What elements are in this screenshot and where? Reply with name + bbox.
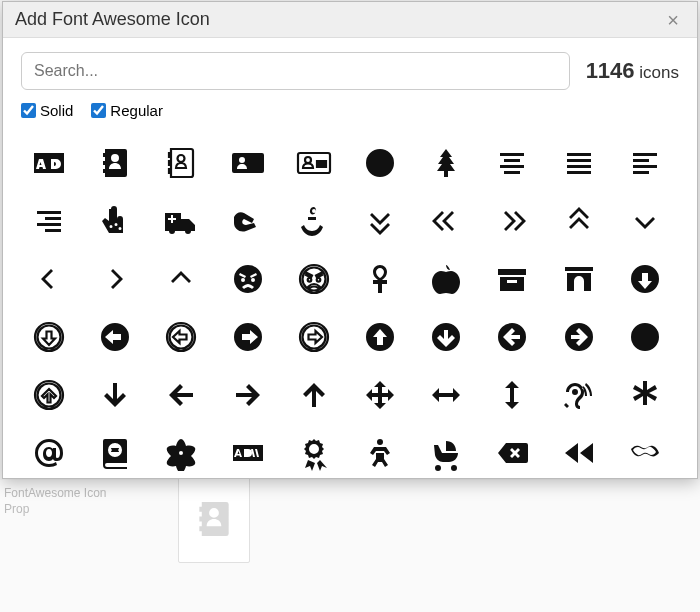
icon-backspace[interactable] [484,427,540,478]
icon-angry[interactable] [220,253,276,305]
icon-arrows-alt-h[interactable] [418,369,474,421]
icon-angle-up[interactable] [153,253,209,305]
icon-ankh[interactable] [352,253,408,305]
icon-baby[interactable] [352,427,408,478]
icon-arrow-alt-circle-left-o[interactable] [153,311,209,363]
icon-align-justify[interactable] [551,137,607,189]
icon-address-book-o[interactable] [153,137,209,189]
icon-arrow-circle-left[interactable] [484,311,540,363]
icon-ambulance[interactable] [153,195,209,247]
icon-arrow-alt-circle-up[interactable] [352,311,408,363]
icon-atlas[interactable] [87,427,143,478]
icon-tree[interactable] [418,137,474,189]
icon-address-book[interactable] [87,137,143,189]
icon-archway[interactable] [551,253,607,305]
icon-grid [21,133,679,478]
icon-angle-double-right[interactable] [484,195,540,247]
icon-arrow-down[interactable] [87,369,143,421]
icon-allergies[interactable] [87,195,143,247]
icon-backward[interactable] [551,427,607,478]
icon-count: 1146 icons [586,58,679,84]
icon-arrow-alt-circle-left[interactable] [87,311,143,363]
property-label: FontAwesome IconProp [4,486,107,517]
icon-atom[interactable] [153,427,209,478]
icon-arrow-right[interactable] [220,369,276,421]
icon-picker-modal: Add Font Awesome Icon × 1146 icons Solid… [2,1,698,479]
icon-arrow-circle-down[interactable] [418,311,474,363]
icon-award[interactable] [286,427,342,478]
icon-arrow-alt-circle-down-o[interactable] [21,311,77,363]
regular-checkbox[interactable] [91,103,106,118]
icon-asterisk[interactable] [617,369,673,421]
icon-angle-left[interactable] [21,253,77,305]
icon-bacon[interactable] [617,427,673,478]
property-icon-preview[interactable] [178,475,250,563]
icon-baby-carriage[interactable] [418,427,474,478]
icon-audio-description[interactable] [220,427,276,478]
icon-angle-down[interactable] [617,195,673,247]
icon-grid-scroll[interactable] [21,133,679,478]
icon-address-card-o[interactable] [286,137,342,189]
icon-arrow-alt-circle-right-o[interactable] [286,311,342,363]
modal-title: Add Font Awesome Icon [15,9,210,30]
solid-checkbox[interactable] [21,103,36,118]
icon-align-right[interactable] [21,195,77,247]
filter-regular[interactable]: Regular [91,102,163,119]
icon-address-card[interactable] [220,137,276,189]
icon-arrow-left[interactable] [153,369,209,421]
icon-align-center[interactable] [484,137,540,189]
icon-at[interactable] [21,427,77,478]
icon-adjust[interactable] [352,137,408,189]
icon-angry-o[interactable] [286,253,342,305]
icon-asl-interpreting[interactable] [220,195,276,247]
icon-angle-double-down[interactable] [352,195,408,247]
icon-arrow-circle-up-o[interactable] [21,369,77,421]
icon-angle-double-left[interactable] [418,195,474,247]
icon-arrow-alt-circle-down[interactable] [617,253,673,305]
close-icon[interactable]: × [661,8,685,32]
search-input[interactable] [21,52,570,90]
icon-apple-alt[interactable] [418,253,474,305]
icon-arrow-up[interactable] [286,369,342,421]
icon-angle-right[interactable] [87,253,143,305]
icon-arrows-alt-v[interactable] [484,369,540,421]
icon-align-left[interactable] [617,137,673,189]
icon-arrow-alt-circle-right[interactable] [220,311,276,363]
icon-arrow-circle-up[interactable] [617,311,673,363]
icon-anchor[interactable] [286,195,342,247]
icon-angle-double-up[interactable] [551,195,607,247]
filter-solid[interactable]: Solid [21,102,73,119]
icon-archive[interactable] [484,253,540,305]
icon-assistive-listening[interactable] [551,369,607,421]
titlebar: Add Font Awesome Icon × [3,2,697,38]
icon-arrow-circle-right[interactable] [551,311,607,363]
icon-ad[interactable] [21,137,77,189]
icon-arrows-alt[interactable] [352,369,408,421]
